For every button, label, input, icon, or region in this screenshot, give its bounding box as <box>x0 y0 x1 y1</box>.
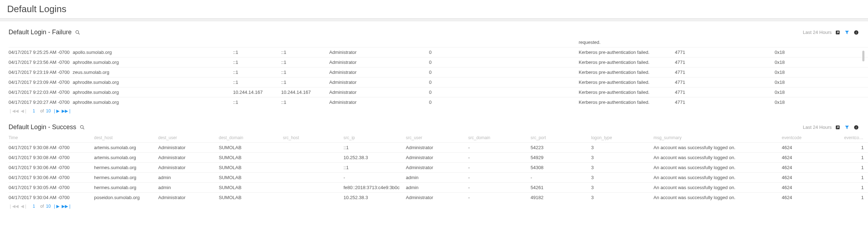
page-prev-icon[interactable]: ◀❘ <box>21 204 27 209</box>
cell-msg: Kerberos pre-authentication failed. <box>579 77 675 87</box>
table-row[interactable]: 04/17/2017 9:30:06 AM -0700hermes.sumola… <box>9 163 868 173</box>
page-first-icon[interactable]: ❘◀◀ <box>9 204 19 209</box>
cell-eventcode: 4624 <box>782 173 844 183</box>
column-header[interactable]: src_domain <box>468 133 531 143</box>
cell-code: 4771 <box>675 47 775 57</box>
cell-src_domain: - <box>468 173 531 183</box>
column-header[interactable]: logon_type <box>591 133 653 143</box>
column-header[interactable]: src_ip <box>343 133 406 143</box>
cell-time: 04/17/2017 9:20:27 AM -0700 <box>9 97 73 107</box>
cell-time: 04/17/2017 9:30:05 AM -0700 <box>9 183 94 193</box>
failure-table: 04/17/2017 9:25:25 AM -0700apollo.sumola… <box>9 47 868 107</box>
filter-icon[interactable] <box>844 124 850 131</box>
cell-dest_user: Administrator <box>158 193 219 203</box>
cell-msg_summary: An account was successfully logged on. <box>653 183 782 193</box>
cell-logon_type: 3 <box>591 183 653 193</box>
info-icon[interactable]: i <box>853 124 859 131</box>
page-of-label: of <box>40 108 44 113</box>
cell-src_host <box>283 183 343 193</box>
open-in-search-icon[interactable] <box>835 124 841 131</box>
cell-dest_domain: SUMOLAB <box>219 163 283 173</box>
table-row[interactable]: 04/17/2017 9:22:03 AM -0700aphrodite.sum… <box>9 87 868 97</box>
column-header[interactable]: eventcount <box>844 133 868 143</box>
page-total: 10 <box>46 108 51 113</box>
cell-src_ip: 10.252.38.3 <box>343 193 406 203</box>
column-header[interactable]: src_host <box>283 133 343 143</box>
cell-src_host <box>283 163 343 173</box>
column-header[interactable]: src_port <box>531 133 591 143</box>
page-first-icon[interactable]: ❘◀◀ <box>9 108 19 113</box>
cell-logon_type: 3 <box>591 193 653 203</box>
page-current-input[interactable] <box>30 204 38 209</box>
table-row[interactable]: 04/17/2017 9:23:56 AM -0700aphrodite.sum… <box>9 57 868 67</box>
cell-src_user: Administrator <box>406 193 468 203</box>
table-row[interactable]: 04/17/2017 9:30:06 AM -0700hermes.sumola… <box>9 173 868 183</box>
success-table: Timedest_hostdest_userdest_domainsrc_hos… <box>9 133 868 202</box>
cell-src_domain: - <box>468 163 531 173</box>
failure-orphan-row: requested. <box>3 38 865 47</box>
scrollbar-thumb[interactable] <box>862 51 864 61</box>
cell-user: Administrator <box>329 77 429 87</box>
column-header[interactable]: dest_user <box>158 133 219 143</box>
cell-src_user: Administrator <box>406 143 468 153</box>
cell-src1: 10.244.14.167 <box>233 87 281 97</box>
success-pagination: ❘◀◀ ◀❘ of 10 ❘▶ ▶▶❘ <box>9 202 859 212</box>
failure-pagination: ❘◀◀ ◀❘ of 10 ❘▶ ▶▶❘ <box>9 107 859 116</box>
cell-msg_summary: An account was successfully logged on. <box>653 153 782 163</box>
info-icon[interactable]: i <box>853 29 859 36</box>
table-row[interactable]: 04/17/2017 9:30:08 AM -0700artemis.sumol… <box>9 143 868 153</box>
cell-src_port: 49182 <box>531 193 591 203</box>
table-header-row: Timedest_hostdest_userdest_domainsrc_hos… <box>9 133 868 143</box>
cell-src_ip: ::1 <box>343 163 406 173</box>
cell-time: 04/17/2017 9:30:06 AM -0700 <box>9 163 94 173</box>
cell-eventcount: 1 <box>844 193 868 203</box>
cell-status: 0x18 <box>775 67 868 77</box>
svg-point-0 <box>76 30 79 33</box>
page-last-icon[interactable]: ▶▶❘ <box>62 204 72 209</box>
cell-msg: Kerberos pre-authentication failed. <box>579 87 675 97</box>
page-last-icon[interactable]: ▶▶❘ <box>62 108 72 113</box>
column-header[interactable]: dest_domain <box>219 133 283 143</box>
cell-user: Administrator <box>329 47 429 57</box>
table-row[interactable]: 04/17/2017 9:30:05 AM -0700hermes.sumola… <box>9 183 868 193</box>
cell-src1: ::1 <box>233 57 281 67</box>
open-in-search-icon[interactable] <box>835 29 841 36</box>
page-header: Default Logins <box>0 0 868 19</box>
column-header[interactable]: dest_host <box>94 133 158 143</box>
magnify-icon[interactable] <box>74 29 81 36</box>
table-row[interactable]: 04/17/2017 9:30:04 AM -0700poseidon.sumo… <box>9 193 868 203</box>
table-row[interactable]: 04/17/2017 9:30:08 AM -0700artemis.sumol… <box>9 153 868 163</box>
cell-src2: ::1 <box>281 67 329 77</box>
page-prev-icon[interactable]: ◀❘ <box>21 108 27 113</box>
success-table-wrap: Timedest_hostdest_userdest_domainsrc_hos… <box>3 133 865 212</box>
cell-msg: Kerberos pre-authentication failed. <box>579 67 675 77</box>
cell-dest_user: admin <box>158 183 219 193</box>
column-header[interactable]: msg_summary <box>653 133 782 143</box>
cell-eventcount: 1 <box>844 183 868 193</box>
table-row[interactable]: 04/17/2017 9:23:09 AM -0700aphrodite.sum… <box>9 77 868 87</box>
cell-time: 04/17/2017 9:25:25 AM -0700 <box>9 47 73 57</box>
cell-dest_domain: SUMOLAB <box>219 173 283 183</box>
cell-src_user: admin <box>406 183 468 193</box>
filter-icon[interactable] <box>844 29 850 36</box>
cell-src_domain: - <box>468 153 531 163</box>
table-row[interactable]: 04/17/2017 9:23:19 AM -0700zeus.sumolab.… <box>9 67 868 77</box>
cell-src2: ::1 <box>281 77 329 87</box>
table-row[interactable]: 04/17/2017 9:20:27 AM -0700aphrodite.sum… <box>9 97 868 107</box>
page-next-icon[interactable]: ❘▶ <box>53 108 60 113</box>
cell-eventcount: 1 <box>844 153 868 163</box>
column-header[interactable]: src_user <box>406 133 468 143</box>
page-current-input[interactable] <box>30 108 38 113</box>
cell-src1: ::1 <box>233 77 281 87</box>
column-header[interactable]: Time <box>9 133 94 143</box>
column-header[interactable]: eventcode <box>782 133 844 143</box>
page-next-icon[interactable]: ❘▶ <box>53 204 60 209</box>
cell-src_user: Administrator <box>406 163 468 173</box>
cell-dest_user: admin <box>158 173 219 183</box>
panel-failure: Default Login - Failure Last 24 Hours i <box>3 25 865 116</box>
table-row[interactable]: 04/17/2017 9:25:25 AM -0700apollo.sumola… <box>9 47 868 57</box>
cell-src_host <box>283 173 343 183</box>
magnify-icon[interactable] <box>79 124 86 131</box>
cell-host: aphrodite.sumolab.org <box>73 97 233 107</box>
cell-src1: ::1 <box>233 97 281 107</box>
